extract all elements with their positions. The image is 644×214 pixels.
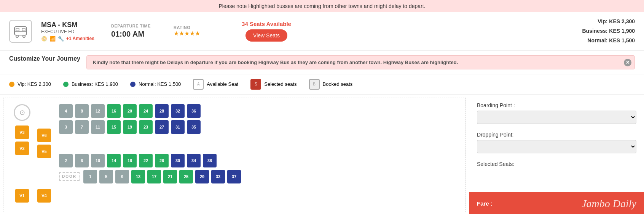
seat-32[interactable]: 32 — [171, 104, 185, 118]
legend-available-label: Available Seat — [207, 81, 238, 87]
seat-30[interactable]: 30 — [171, 154, 185, 167]
seat-27[interactable]: 27 — [155, 120, 169, 134]
amenities-link[interactable]: +1 Amenities — [66, 36, 94, 41]
customize-header: Customize Your Journey Kindly note that … — [0, 51, 644, 74]
seat-11[interactable]: 11 — [91, 120, 105, 134]
seat-34[interactable]: 34 — [187, 154, 201, 167]
seats-count: 34 Seats Available — [236, 21, 297, 27]
seat-25[interactable]: 25 — [179, 170, 193, 183]
steering-wheel: ⊙ — [14, 104, 30, 121]
seat-8[interactable]: 8 — [75, 104, 89, 118]
row-bot-2: DOOR 1 5 9 13 17 21 25 29 33 37 — [59, 170, 241, 183]
seat-31[interactable]: 31 — [171, 120, 185, 134]
view-seats-button[interactable]: View Seats — [245, 29, 287, 42]
seat-5[interactable]: 5 — [99, 170, 113, 183]
legend-business: Business: KES 1,900 — [63, 81, 118, 87]
seat-28[interactable]: 28 — [155, 104, 169, 118]
boarding-select[interactable] — [477, 111, 636, 124]
dvd-icon: 📀 — [41, 36, 47, 42]
seat-23[interactable]: 23 — [139, 120, 153, 134]
seat-26[interactable]: 26 — [155, 154, 169, 167]
wifi-icon: 📶 — [49, 36, 56, 42]
pricing-section: Vip: KES 2,300 Business: KES 1,900 Norma… — [582, 17, 635, 46]
seat-3[interactable]: 3 — [59, 120, 73, 134]
seat-19[interactable]: 19 — [123, 120, 137, 134]
seat-6[interactable]: 6 — [75, 154, 89, 167]
seat-24[interactable]: 24 — [139, 104, 153, 118]
seats-available-section: 34 Seats Available View Seats — [236, 21, 297, 42]
rating-section: RATING ★★★★★ — [174, 25, 227, 37]
business-dot — [63, 82, 69, 87]
fare-label: Fare : — [477, 200, 493, 207]
legend-vip-label: Vip: KES 2,300 — [18, 81, 51, 87]
bus-type: EXECUTIVE FD — [41, 29, 102, 34]
legend-selected-label: Selected seats — [264, 81, 296, 87]
departure-section: DEPARTURE TIME 01:00 AM — [111, 24, 164, 39]
seat-21[interactable]: 21 — [163, 170, 177, 183]
seat-4[interactable]: 4 — [59, 104, 73, 118]
seat-v2[interactable]: V2 — [15, 142, 29, 155]
legend-vip: Vip: KES 2,300 — [9, 81, 51, 87]
seat-38[interactable]: 38 — [203, 154, 217, 167]
bus-icon — [9, 20, 32, 43]
seat-v4[interactable]: V4 — [37, 189, 51, 203]
seat-v6[interactable]: V6 — [37, 129, 51, 142]
normal-price: Normal: KES 1,500 — [582, 36, 635, 45]
seat-14[interactable]: 14 — [107, 154, 121, 167]
seat-15[interactable]: 15 — [107, 120, 121, 134]
row-top-1: 4 8 12 16 20 24 28 32 36 — [59, 104, 241, 118]
svg-rect-2 — [22, 28, 25, 31]
bus-amenities: 📀 📶 🔧 +1 Amenities — [41, 36, 102, 42]
seat-20[interactable]: 20 — [123, 104, 137, 118]
seat-29[interactable]: 29 — [195, 170, 209, 183]
close-notice-button[interactable]: ✕ — [624, 59, 631, 66]
seat-18[interactable]: 18 — [123, 154, 137, 167]
row-top-2: 3 7 11 15 19 23 27 31 35 — [59, 120, 241, 134]
door-label: DOOR — [59, 172, 80, 181]
seat-v1[interactable]: V1 — [15, 189, 29, 203]
seat-33[interactable]: 33 — [211, 170, 225, 183]
departure-time: 01:00 AM — [111, 30, 164, 39]
boarding-group: Boarding Point : — [477, 102, 636, 124]
seat-1[interactable]: 1 — [83, 170, 97, 183]
seat-v5[interactable]: V5 — [37, 145, 51, 158]
dropping-select[interactable] — [477, 140, 636, 153]
legend-normal: Normal: KES 1,500 — [130, 81, 181, 87]
departure-label: DEPARTURE TIME — [111, 24, 164, 28]
rating-label: RATING — [174, 25, 227, 30]
dropping-label: Dropping Point: — [477, 132, 636, 138]
svg-point-3 — [16, 35, 18, 37]
main-seat-grid: 4 8 12 16 20 24 28 32 36 3 7 11 15 19 — [59, 104, 241, 206]
top-notice: Please note Highlighted busses are comin… — [0, 0, 644, 12]
seat-22[interactable]: 22 — [139, 154, 153, 167]
seat-2[interactable]: 2 — [59, 154, 73, 167]
seat-12[interactable]: 12 — [91, 104, 105, 118]
legend-selected: S Selected seats — [250, 79, 296, 90]
seat-36[interactable]: 36 — [187, 104, 201, 118]
seat-10[interactable]: 10 — [91, 154, 105, 167]
vip-price: Vip: KES 2,300 — [582, 17, 635, 26]
booked-seat-icon: B — [309, 79, 320, 90]
main-layout: ⊙ V3 V2 V1 V6 V5 — [0, 95, 644, 214]
legend-booked: B Booked seats — [309, 79, 353, 90]
legend-business-label: Business: KES 1,900 — [72, 81, 118, 87]
legend-booked-label: Booked seats — [323, 81, 353, 87]
seat-v3[interactable]: V3 — [15, 126, 29, 139]
seat-map: ⊙ V3 V2 V1 V6 V5 — [3, 98, 466, 212]
seat-17[interactable]: 17 — [147, 170, 161, 183]
seat-35[interactable]: 35 — [187, 120, 201, 134]
legend-normal-label: Normal: KES 1,500 — [139, 81, 181, 87]
seat-7[interactable]: 7 — [75, 120, 89, 134]
delay-notice: Kindly note that there might be Delays i… — [86, 55, 635, 69]
rating-stars: ★★★★★ — [174, 30, 227, 37]
boarding-label: Boarding Point : — [477, 102, 636, 108]
bus-card: MSA - KSM EXECUTIVE FD 📀 📶 🔧 +1 Amenitie… — [0, 12, 644, 51]
seat-13[interactable]: 13 — [131, 170, 145, 183]
seat-9[interactable]: 9 — [115, 170, 129, 183]
available-seat-icon: A — [193, 79, 204, 90]
legend: Vip: KES 2,300 Business: KES 1,900 Norma… — [0, 74, 644, 95]
selected-seat-icon: S — [250, 79, 261, 90]
legend-available: A Available Seat — [193, 79, 238, 90]
seat-37[interactable]: 37 — [227, 170, 241, 183]
seat-16[interactable]: 16 — [107, 104, 121, 118]
